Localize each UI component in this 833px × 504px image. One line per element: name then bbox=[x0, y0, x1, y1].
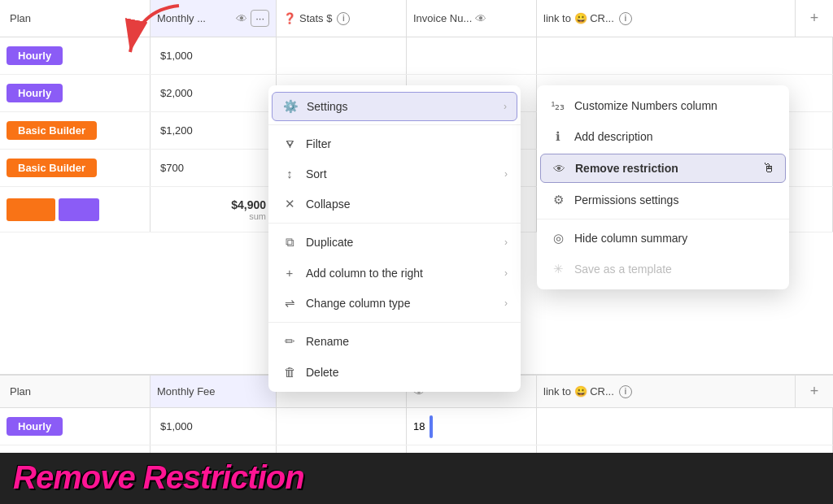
bg-link-info[interactable]: i bbox=[619, 385, 632, 398]
settings-label: Settings bbox=[307, 100, 495, 113]
cell-stats-1 bbox=[277, 37, 407, 74]
bg-cell-invoice-1: 18 bbox=[407, 408, 537, 445]
save-template-label: Save as a template bbox=[574, 263, 776, 276]
filter-icon: ⛛ bbox=[281, 137, 298, 150]
link-info-icon[interactable]: i bbox=[619, 12, 632, 25]
summary-bar-purple bbox=[59, 198, 99, 221]
menu-item-add-column[interactable]: + Add column to the right › bbox=[268, 258, 521, 288]
stats-info-icon[interactable]: i bbox=[337, 12, 350, 25]
left-context-menu: ⚙️ Settings › ⛛ Filter ↕ Sort › ✕ Collap… bbox=[268, 85, 521, 392]
cell-plan-2: Hourly bbox=[0, 75, 150, 111]
cell-plan-3: Basic Builder bbox=[0, 112, 150, 149]
menu-item-rename[interactable]: ✏ Rename bbox=[268, 326, 521, 357]
menu-item-settings[interactable]: ⚙️ Settings › bbox=[272, 92, 517, 121]
question-icon: ❓ bbox=[283, 12, 296, 24]
menu-item-permissions[interactable]: ⚙ Permissions settings bbox=[537, 185, 789, 215]
menu-item-filter[interactable]: ⛛ Filter bbox=[268, 128, 521, 159]
menu-item-remove-restriction[interactable]: 👁 Remove restriction 🖱 bbox=[540, 154, 786, 183]
cell-invoice-1 bbox=[407, 37, 537, 74]
rename-icon: ✏ bbox=[281, 334, 298, 349]
cursor-icon: 🖱 bbox=[762, 161, 775, 176]
right-menu-divider bbox=[537, 219, 789, 219]
monthly-value-4: $700 bbox=[160, 162, 184, 174]
bg-cell-plan-1: Hourly bbox=[0, 408, 150, 445]
bg-monthly-label: Monthly Fee bbox=[157, 385, 269, 398]
bg-plan-label: Plan bbox=[10, 385, 31, 398]
col-invoice-header: Invoice Nu... 👁 bbox=[407, 0, 537, 37]
eye-icon[interactable]: 👁 bbox=[236, 12, 247, 25]
collapse-icon: ✕ bbox=[281, 197, 298, 211]
summary-total: $4,900 bbox=[231, 198, 266, 211]
duplicate-icon: ⧉ bbox=[281, 235, 298, 250]
menu-item-sort[interactable]: ↕ Sort › bbox=[268, 159, 521, 189]
settings-icon: ⚙️ bbox=[282, 99, 299, 114]
cell-plan-1: Hourly bbox=[0, 37, 150, 74]
add-column-icon: + bbox=[281, 266, 298, 280]
duplicate-label: Duplicate bbox=[306, 236, 496, 249]
table-row: Hourly $1,000 bbox=[0, 37, 833, 75]
bottom-title-bar: Remove Restriction bbox=[0, 453, 833, 504]
permissions-label: Permissions settings bbox=[574, 193, 776, 206]
hide-summary-label: Hide column summary bbox=[574, 232, 776, 245]
col-link-header: link to 😀 CR... i bbox=[537, 0, 796, 37]
change-column-label: Change column type bbox=[306, 297, 496, 310]
menu-divider-3 bbox=[268, 322, 521, 323]
cell-monthly-1: $1,000 bbox=[150, 37, 277, 74]
rename-label: Rename bbox=[306, 335, 508, 348]
plan-col-label: Plan bbox=[10, 12, 31, 24]
menu-item-hide-summary[interactable]: ◎ Hide column summary bbox=[537, 223, 789, 254]
sort-arrow: › bbox=[504, 168, 508, 180]
menu-item-customize[interactable]: ¹₂₃ Customize Numbers column bbox=[537, 90, 789, 121]
customize-icon: ¹₂₃ bbox=[550, 98, 566, 113]
monthly-col-label: Monthly ... bbox=[157, 12, 233, 24]
three-dots-button[interactable]: ··· bbox=[251, 10, 269, 27]
bg-cell-monthly-1: $1,000 bbox=[150, 408, 277, 445]
menu-item-save-template: ✳ Save as a template bbox=[537, 254, 789, 285]
sort-label: Sort bbox=[306, 167, 496, 180]
menu-item-collapse[interactable]: ✕ Collapse bbox=[268, 189, 521, 219]
menu-item-change-column[interactable]: ⇌ Change column type › bbox=[268, 288, 521, 319]
delete-label: Delete bbox=[306, 366, 508, 379]
hide-summary-icon: ◎ bbox=[550, 231, 566, 245]
filter-label: Filter bbox=[306, 137, 508, 150]
add-col-icon: + bbox=[810, 10, 819, 27]
summary-cell-plan bbox=[0, 187, 150, 232]
col-stats-header: ❓ Stats $ i bbox=[277, 0, 407, 37]
change-column-arrow: › bbox=[504, 298, 508, 309]
add-desc-icon: ℹ bbox=[550, 129, 566, 144]
col-monthly-header: Monthly ... 👁 ··· bbox=[150, 0, 277, 37]
plan-badge-3: Basic Builder bbox=[7, 121, 97, 140]
add-column-arrow: › bbox=[504, 267, 508, 279]
remove-restriction-label: Remove restriction bbox=[575, 162, 751, 175]
plan-badge-1: Hourly bbox=[7, 46, 63, 65]
add-column-label: Add column to the right bbox=[306, 267, 496, 280]
cell-monthly-4: $700 bbox=[150, 150, 277, 186]
monthly-value-3: $1,200 bbox=[160, 124, 193, 137]
bg-col-plan: Plan bbox=[0, 376, 150, 407]
menu-item-duplicate[interactable]: ⧉ Duplicate › bbox=[268, 227, 521, 258]
cell-monthly-2: $2,000 bbox=[150, 75, 277, 111]
stats-col-label: Stats $ bbox=[299, 12, 332, 24]
collapse-label: Collapse bbox=[306, 198, 508, 211]
plan-badge-2: Hourly bbox=[7, 84, 63, 102]
eye-restriction-icon: 👁 bbox=[551, 162, 567, 176]
delete-icon: 🗑 bbox=[281, 365, 298, 379]
menu-item-delete[interactable]: 🗑 Delete bbox=[268, 357, 521, 387]
right-context-menu: ¹₂₃ Customize Numbers column ℹ Add descr… bbox=[537, 85, 789, 289]
bg-add-col[interactable]: + bbox=[796, 376, 833, 407]
menu-item-add-desc[interactable]: ℹ Add description bbox=[537, 121, 789, 152]
bg-cell-link-1 bbox=[537, 408, 833, 445]
invoice-eye-icon[interactable]: 👁 bbox=[475, 12, 486, 25]
summary-label: sum bbox=[249, 211, 266, 221]
bg-row-1: Hourly $1,000 18 bbox=[0, 408, 833, 445]
bg-col-monthly: Monthly Fee bbox=[150, 376, 277, 407]
table-header: Plan Monthly ... 👁 ··· ❓ Stats $ i Invoi… bbox=[0, 0, 833, 37]
bg-col-link: link to 😀 CR... i bbox=[537, 376, 796, 407]
add-col-header[interactable]: + bbox=[796, 0, 833, 37]
change-column-icon: ⇌ bbox=[281, 296, 298, 311]
cell-link-1 bbox=[537, 37, 833, 74]
duplicate-arrow: › bbox=[504, 237, 508, 248]
settings-arrow: › bbox=[504, 101, 507, 112]
bottom-title-text: Remove Restriction bbox=[13, 459, 304, 496]
cell-monthly-3: $1,200 bbox=[150, 112, 277, 149]
